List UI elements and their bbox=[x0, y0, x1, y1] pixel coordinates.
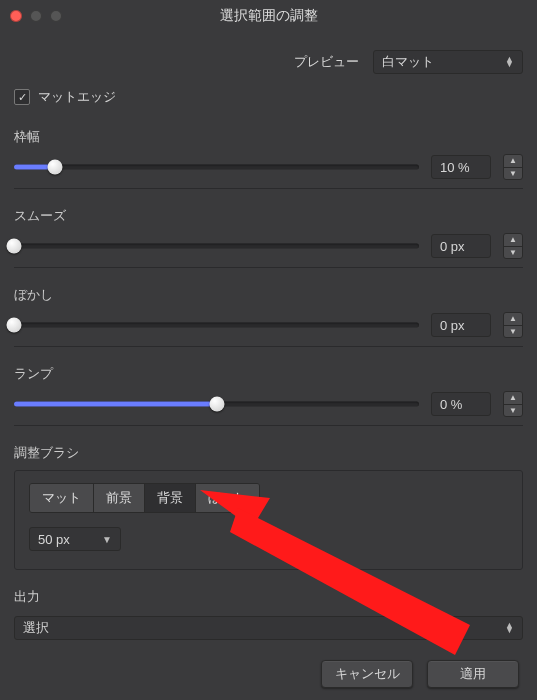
step-up-icon[interactable]: ▲ bbox=[504, 234, 522, 247]
step-up-icon[interactable]: ▲ bbox=[504, 392, 522, 405]
titlebar: 選択範囲の調整 bbox=[0, 0, 537, 32]
matte-edge-label: マットエッジ bbox=[38, 88, 116, 106]
smooth-label: スムーズ bbox=[14, 207, 523, 225]
blur-slider[interactable] bbox=[14, 315, 419, 335]
brush-panel: マット 前景 背景 ぼかし 50 px ▼ bbox=[14, 470, 523, 570]
brush-size-select[interactable]: 50 px ▼ bbox=[29, 527, 121, 551]
step-down-icon[interactable]: ▼ bbox=[504, 247, 522, 259]
output-value: 選択 bbox=[23, 619, 49, 637]
window-title: 選択範囲の調整 bbox=[10, 7, 527, 25]
footer-buttons: キャンセル 適用 bbox=[0, 660, 537, 688]
width-value[interactable]: 10 % bbox=[431, 155, 491, 179]
output-select[interactable]: 選択 ▲▼ bbox=[14, 616, 523, 640]
preview-row: プレビュー 白マット ▲▼ bbox=[14, 50, 523, 74]
smooth-stepper[interactable]: ▲▼ bbox=[503, 233, 523, 259]
ramp-stepper[interactable]: ▲▼ bbox=[503, 391, 523, 417]
preview-label: プレビュー bbox=[294, 53, 359, 71]
blur-stepper[interactable]: ▲▼ bbox=[503, 312, 523, 338]
step-down-icon[interactable]: ▼ bbox=[504, 168, 522, 180]
cancel-button[interactable]: キャンセル bbox=[321, 660, 413, 688]
brush-mode-segment: マット 前景 背景 ぼかし bbox=[29, 483, 260, 513]
chevron-updown-icon: ▲▼ bbox=[505, 623, 514, 633]
refine-selection-dialog: 選択範囲の調整 プレビュー 白マット ▲▼ ✓ マットエッジ 枠幅 10 % ▲… bbox=[0, 0, 537, 700]
width-stepper[interactable]: ▲▼ bbox=[503, 154, 523, 180]
step-up-icon[interactable]: ▲ bbox=[504, 313, 522, 326]
ramp-slider[interactable] bbox=[14, 394, 419, 414]
ramp-label: ランプ bbox=[14, 365, 523, 383]
smooth-value[interactable]: 0 px bbox=[431, 234, 491, 258]
window-controls bbox=[10, 10, 62, 22]
apply-button[interactable]: 適用 bbox=[427, 660, 519, 688]
close-icon[interactable] bbox=[10, 10, 22, 22]
blur-value[interactable]: 0 px bbox=[431, 313, 491, 337]
minimize-icon[interactable] bbox=[30, 10, 42, 22]
chevron-down-icon: ▼ bbox=[102, 534, 112, 545]
brush-size-value: 50 px bbox=[38, 532, 70, 547]
brush-mode-fore[interactable]: 前景 bbox=[94, 484, 145, 512]
brush-label: 調整ブラシ bbox=[14, 444, 523, 462]
blur-label: ぼかし bbox=[14, 286, 523, 304]
step-up-icon[interactable]: ▲ bbox=[504, 155, 522, 168]
zoom-icon[interactable] bbox=[50, 10, 62, 22]
ramp-value[interactable]: 0 % bbox=[431, 392, 491, 416]
width-label: 枠幅 bbox=[14, 128, 523, 146]
smooth-slider[interactable] bbox=[14, 236, 419, 256]
chevron-updown-icon: ▲▼ bbox=[505, 57, 514, 67]
matte-edge-checkbox[interactable]: ✓ bbox=[14, 89, 30, 105]
preview-select[interactable]: 白マット ▲▼ bbox=[373, 50, 523, 74]
step-down-icon[interactable]: ▼ bbox=[504, 405, 522, 417]
brush-mode-blur[interactable]: ぼかし bbox=[196, 484, 259, 512]
step-down-icon[interactable]: ▼ bbox=[504, 326, 522, 338]
brush-mode-matte[interactable]: マット bbox=[30, 484, 94, 512]
brush-mode-back[interactable]: 背景 bbox=[145, 484, 196, 512]
matte-edge-row: ✓ マットエッジ bbox=[14, 88, 523, 106]
preview-value: 白マット bbox=[382, 53, 434, 71]
output-label: 出力 bbox=[14, 588, 523, 606]
width-slider[interactable] bbox=[14, 157, 419, 177]
